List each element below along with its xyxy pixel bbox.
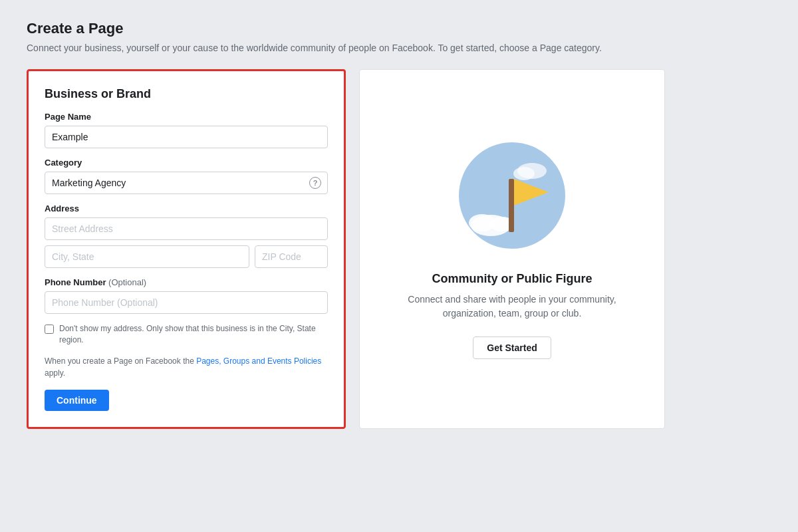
hide-address-checkbox[interactable] (45, 325, 54, 334)
zip-code-input[interactable] (255, 245, 328, 268)
page-name-group: Page Name (45, 112, 328, 148)
category-group: Category ? (45, 158, 328, 194)
business-card-title: Business or Brand (45, 87, 328, 101)
cards-container: Business or Brand Page Name Category ? A… (27, 69, 678, 429)
category-wrapper: ? (45, 172, 328, 194)
policy-link[interactable]: Pages, Groups and Events Policies (196, 356, 321, 366)
community-card-description: Connect and share with people in your co… (406, 293, 618, 321)
get-started-button[interactable]: Get Started (473, 336, 551, 359)
hide-address-checkbox-row: Don't show my address. Only show that th… (45, 323, 328, 346)
phone-label: Phone Number (Optional) (45, 277, 328, 287)
page-subtitle: Connect your business, yourself or your … (27, 43, 771, 53)
address-group: Address (45, 203, 328, 268)
hide-address-label[interactable]: Don't show my address. Only show that th… (59, 323, 328, 346)
community-public-figure-card: Community or Public Figure Connect and s… (359, 69, 665, 429)
phone-input[interactable] (45, 291, 328, 314)
page-name-label: Page Name (45, 112, 328, 122)
community-illustration (446, 139, 579, 259)
category-label: Category (45, 158, 328, 168)
business-brand-card: Business or Brand Page Name Category ? A… (27, 69, 346, 429)
category-input[interactable] (45, 172, 328, 194)
phone-group: Phone Number (Optional) (45, 277, 328, 314)
continue-button[interactable]: Continue (45, 390, 109, 411)
svg-rect-6 (509, 179, 514, 232)
address-row (45, 245, 328, 268)
page-name-input[interactable] (45, 126, 328, 148)
address-label: Address (45, 203, 328, 213)
svg-point-5 (513, 167, 535, 180)
street-address-input[interactable] (45, 217, 328, 240)
city-state-input[interactable] (45, 245, 249, 268)
category-help-icon[interactable]: ? (309, 177, 321, 189)
community-card-title: Community or Public Figure (432, 272, 592, 286)
page-title: Create a Page (27, 20, 771, 37)
policy-text: When you create a Page on Facebook the P… (45, 355, 328, 379)
